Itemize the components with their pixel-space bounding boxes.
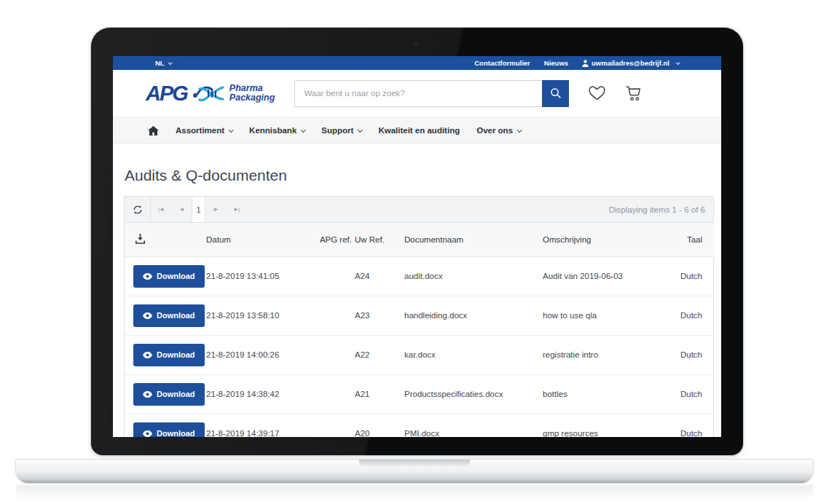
download-label: Download [157, 311, 195, 320]
table-row: Download 21-8-2019 14:39:17 A20 PMI.docx… [125, 414, 715, 437]
cell-omschrijving: how to use qla [543, 296, 667, 335]
laptop-screen-bezel: NL Contactformulier Nieuws uwmailadres@b… [91, 28, 743, 455]
nav-item-kennisbank[interactable]: Kennisbank [249, 126, 305, 135]
nav-label: Assortiment [176, 126, 224, 135]
search-button[interactable] [542, 80, 569, 107]
user-email: uwmailadres@bedrijf.nl [592, 59, 669, 67]
apg-logo[interactable]: APG Pharma Packaging [146, 82, 275, 104]
column-header-documentnaam[interactable]: Documentnaam [404, 223, 543, 256]
user-icon [582, 60, 589, 67]
cell-omschrijving: gmp resources [543, 414, 667, 437]
chevron-down-icon [229, 127, 234, 133]
laptop-base [16, 460, 813, 483]
pager-status: Displaying items 1 - 6 of 6 [609, 197, 713, 222]
cart-icon [625, 86, 643, 101]
cell-datum: 21-8-2019 14:00:26 [206, 335, 313, 374]
column-header-apg-ref[interactable]: APG ref. [313, 223, 355, 256]
download-button[interactable]: Download [133, 304, 205, 327]
current-page-indicator: 1 [192, 197, 205, 222]
search-bar [294, 80, 569, 107]
webcam-dot [414, 42, 418, 47]
nav-item-kwaliteit-en-auditing[interactable]: Kwaliteit en auditing [378, 126, 460, 135]
cell-datum: 21-8-2019 13:58:10 [206, 296, 313, 335]
documents-grid: |◄ ◄ 1 ► ►| Displaying items 1 - 6 of 6 [124, 196, 714, 437]
main-navigation: Assortiment Kennisbank Support Kwaliteit… [113, 117, 721, 144]
prev-page-icon: ◄ [179, 206, 184, 213]
download-label: Download [157, 272, 195, 280]
search-input[interactable] [294, 80, 542, 107]
cell-documentnaam: audit.docx [404, 256, 543, 296]
chevron-down-icon [301, 127, 306, 133]
nav-item-over-ons[interactable]: Over ons [476, 126, 521, 135]
heart-icon [588, 85, 606, 101]
cart-button[interactable] [625, 86, 643, 101]
eye-icon [143, 391, 152, 398]
column-header-uw-ref[interactable]: Uw Ref. [355, 223, 404, 256]
cell-uw-ref: A21 [355, 374, 404, 414]
laptop-base-notch [359, 460, 470, 469]
cell-taal: Dutch [667, 296, 715, 335]
nav-home[interactable] [148, 126, 159, 135]
cell-omschrijving: registratie intro [543, 335, 667, 374]
cell-uw-ref: A24 [355, 256, 404, 296]
last-page-button[interactable]: ►| [226, 197, 246, 222]
cell-omschrijving: bottles [543, 374, 667, 414]
download-button[interactable]: Download [133, 383, 205, 406]
site-header: APG Pharma Packaging [113, 70, 721, 117]
search-icon [550, 87, 562, 99]
refresh-button[interactable] [125, 197, 151, 222]
table-row: Download 21-8-2019 13:41:05 A24 audit.do… [125, 256, 715, 296]
column-header-datum[interactable]: Datum [206, 223, 313, 256]
cell-datum: 21-8-2019 14:38:42 [206, 374, 313, 414]
cell-uw-ref: A20 [355, 414, 404, 437]
prev-page-button[interactable]: ◄ [171, 197, 192, 222]
download-button[interactable]: Download [133, 344, 205, 366]
cell-uw-ref: A22 [355, 335, 404, 374]
cell-apg-ref [313, 335, 355, 374]
topbar-link-nieuws[interactable]: Nieuws [544, 59, 568, 67]
cell-uw-ref: A23 [355, 296, 404, 335]
topbar-link-contactformulier[interactable]: Contactformulier [474, 59, 530, 67]
cell-omschrijving: Audit van 2019-06-03 [543, 256, 667, 296]
cell-taal: Dutch [667, 374, 715, 414]
cell-datum: 21-8-2019 14:39:17 [206, 414, 313, 437]
download-button[interactable]: Download [133, 265, 205, 288]
top-utility-bar: NL Contactformulier Nieuws uwmailadres@b… [113, 56, 721, 70]
chevron-down-icon [517, 127, 522, 133]
language-selector[interactable]: NL [155, 59, 171, 67]
next-page-button[interactable]: ► [205, 197, 226, 222]
column-header-omschrijving[interactable]: Omschrijving [543, 223, 667, 256]
cell-datum: 21-8-2019 13:41:05 [206, 256, 313, 296]
cell-documentnaam: handleiding.docx [404, 296, 543, 335]
nav-label: Kwaliteit en auditing [378, 126, 460, 135]
table-header-row: Datum APG ref. Uw Ref. Documentnaam Omsc… [125, 223, 715, 256]
last-page-icon: ►| [233, 206, 239, 213]
first-page-button[interactable]: |◄ [151, 197, 171, 222]
browser-viewport: NL Contactformulier Nieuws uwmailadres@b… [113, 56, 721, 437]
column-header-taal[interactable]: Taal [667, 223, 715, 256]
chevron-down-icon [358, 127, 363, 133]
download-button[interactable]: Download [133, 422, 205, 438]
refresh-icon [133, 205, 143, 215]
cell-documentnaam: kar.docx [404, 335, 543, 374]
home-icon [148, 126, 159, 135]
wishlist-button[interactable] [588, 85, 606, 101]
download-label: Download [157, 390, 195, 398]
nav-label: Kennisbank [249, 126, 296, 135]
download-label: Download [157, 350, 195, 359]
cell-documentnaam: Productsspecificaties.docx [404, 374, 543, 414]
next-page-icon: ► [213, 206, 219, 213]
download-label: Download [157, 429, 195, 437]
table-row: Download 21-8-2019 13:58:10 A23 handleid… [125, 296, 715, 335]
grid-pager: |◄ ◄ 1 ► ►| Displaying items 1 - 6 of 6 [125, 197, 713, 223]
account-menu[interactable]: uwmailadres@bedrijf.nl [582, 59, 679, 67]
cell-taal: Dutch [667, 256, 715, 296]
nav-item-support[interactable]: Support [321, 126, 361, 135]
cell-apg-ref [313, 296, 355, 335]
download-column-icon [135, 234, 145, 244]
nav-item-assortiment[interactable]: Assortiment [176, 126, 232, 135]
laptop-reflection [16, 485, 813, 501]
page-title: Audits & Q-documenten [125, 165, 714, 186]
eye-icon [143, 273, 152, 280]
first-page-icon: |◄ [158, 206, 164, 213]
